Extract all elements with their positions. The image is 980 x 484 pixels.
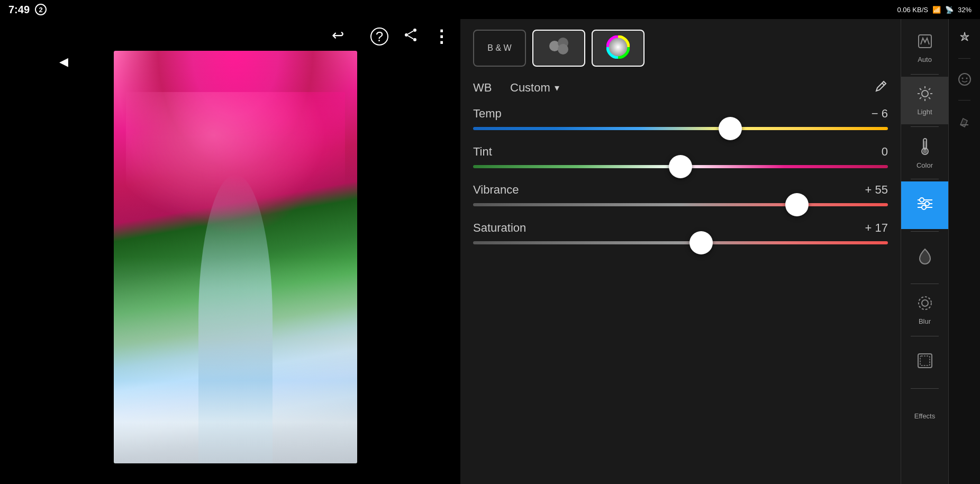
sidebar-divider-4 xyxy=(911,231,939,232)
svg-point-0 xyxy=(413,29,416,32)
sidebar-divider-1 xyxy=(911,74,939,75)
sidebar-light[interactable]: Light xyxy=(901,77,949,124)
photo-area: ↩ ? ⋮ ◀ xyxy=(0,19,460,484)
battery-indicator: 32% xyxy=(958,6,972,14)
color-wheel-icon xyxy=(606,35,630,61)
blur-icon xyxy=(917,295,933,315)
sidebar-color[interactable]: Color xyxy=(901,129,949,177)
svg-point-27 xyxy=(925,202,929,206)
tab-mixer[interactable] xyxy=(532,30,585,67)
saturation-slider[interactable] xyxy=(473,241,888,244)
chevron-indicator: ◀ xyxy=(59,55,68,69)
wb-label: WB xyxy=(473,81,500,95)
status-right: 0.06 KB/S 📶 📡 32% xyxy=(897,6,972,14)
sparkle-tool[interactable] xyxy=(951,24,978,51)
vignette-icon xyxy=(917,352,933,373)
sidebar-divider-3 xyxy=(911,179,939,179)
controls-area: B & W xyxy=(460,19,901,484)
right-sidebar: Auto xyxy=(901,19,948,484)
help-button[interactable]: ? xyxy=(370,28,388,45)
tint-section: Tint 0 xyxy=(473,145,888,170)
vibrance-value: + 55 xyxy=(865,183,888,197)
vibrance-slider[interactable] xyxy=(473,203,888,206)
svg-point-7 xyxy=(558,44,568,54)
eyedropper-button[interactable] xyxy=(874,79,888,96)
far-right-bar xyxy=(948,19,980,484)
svg-rect-33 xyxy=(920,356,930,366)
svg-point-31 xyxy=(922,300,928,306)
temp-label: Temp xyxy=(473,107,502,121)
sidebar-auto[interactable]: Auto xyxy=(901,24,949,72)
svg-point-23 xyxy=(923,149,927,153)
sidebar-divider-2 xyxy=(911,126,939,127)
detail-icon xyxy=(918,247,932,269)
svg-point-29 xyxy=(922,205,926,209)
tint-slider[interactable] xyxy=(473,165,888,168)
tab-bw[interactable]: B & W xyxy=(473,30,526,67)
sidebar-adjust[interactable] xyxy=(901,181,949,229)
auto-label: Auto xyxy=(918,56,932,63)
tint-label: Tint xyxy=(473,145,492,159)
color-icon xyxy=(918,136,932,159)
temp-slider[interactable] xyxy=(473,127,888,130)
status-bar: 7:49 2 0.06 KB/S 📶 📡 32% xyxy=(0,0,980,19)
tint-value: 0 xyxy=(882,145,888,159)
more-button[interactable]: ⋮ xyxy=(433,26,450,47)
temp-section: Temp − 6 xyxy=(473,107,888,132)
svg-point-25 xyxy=(920,198,924,202)
photo-image xyxy=(114,51,357,463)
mixer-icon xyxy=(547,34,570,62)
svg-point-2 xyxy=(413,38,416,41)
signal-icon: 📡 xyxy=(945,6,954,14)
status-left: 7:49 2 xyxy=(8,4,47,16)
back-button[interactable]: ↩ xyxy=(332,26,344,44)
wifi-icon: 📶 xyxy=(932,6,941,14)
speed-indicator: 0.06 KB/S xyxy=(897,6,928,14)
wb-dropdown[interactable]: Custom ▾ xyxy=(510,81,559,95)
svg-line-18 xyxy=(929,88,930,90)
svg-point-34 xyxy=(959,74,970,85)
vibrance-section: Vibrance + 55 xyxy=(473,183,888,208)
svg-line-4 xyxy=(408,35,413,39)
blur-label: Blur xyxy=(919,317,931,325)
status-time: 7:49 xyxy=(8,4,30,16)
svg-line-9 xyxy=(882,83,884,85)
svg-point-30 xyxy=(919,297,931,309)
top-tabs: B & W xyxy=(473,30,888,67)
notification-badge: 2 xyxy=(35,4,47,15)
saturation-section: Saturation + 17 xyxy=(473,221,888,246)
svg-rect-22 xyxy=(924,141,926,149)
sidebar-divider-7 xyxy=(911,388,939,389)
sidebar-detail[interactable] xyxy=(901,234,949,281)
color-label: Color xyxy=(917,161,933,169)
photo-container xyxy=(0,19,460,484)
tab-color-wheel[interactable] xyxy=(592,30,645,67)
sidebar-vignette[interactable] xyxy=(901,339,949,386)
face-tool[interactable] xyxy=(951,66,978,93)
wb-preset: Custom xyxy=(510,81,550,95)
svg-line-16 xyxy=(920,88,921,90)
adjust-icon xyxy=(917,196,933,215)
svg-line-3 xyxy=(408,31,413,34)
auto-icon xyxy=(917,33,933,53)
sidebar-blur[interactable]: Blur xyxy=(901,286,949,334)
svg-point-35 xyxy=(961,78,963,79)
saturation-label: Saturation xyxy=(473,221,526,235)
wb-dropdown-arrow: ▾ xyxy=(555,82,559,94)
share-button[interactable] xyxy=(403,28,418,46)
saturation-value: + 17 xyxy=(865,221,888,235)
svg-line-19 xyxy=(920,97,921,99)
svg-line-17 xyxy=(929,97,930,99)
effects-label: Effects xyxy=(914,412,936,420)
edit-panel: B & W xyxy=(460,19,980,484)
eraser-tool[interactable] xyxy=(951,108,978,134)
sidebar-effects[interactable]: Effects xyxy=(901,391,949,439)
main-content: ↩ ? ⋮ ◀ xyxy=(0,19,980,484)
sidebar-divider-6 xyxy=(911,336,939,336)
sidebar-divider-5 xyxy=(911,284,939,284)
wb-row: WB Custom ▾ xyxy=(473,79,888,96)
temp-value: − 6 xyxy=(872,107,888,121)
svg-point-1 xyxy=(405,33,408,36)
vibrance-label: Vibrance xyxy=(473,183,519,197)
light-icon xyxy=(917,85,933,106)
